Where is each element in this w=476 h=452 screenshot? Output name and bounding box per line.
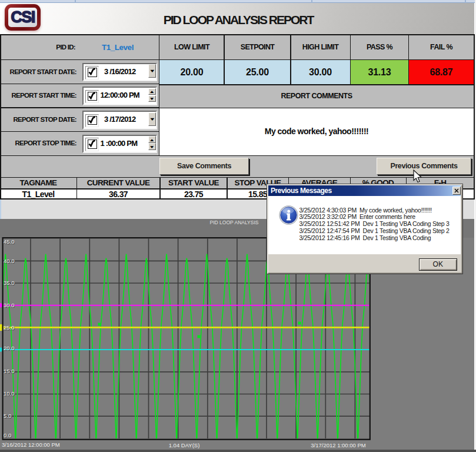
svg-text:15.0: 15.0 [4, 368, 15, 374]
svg-text:40.0: 40.0 [4, 258, 15, 264]
svg-text:10.0: 10.0 [4, 390, 15, 397]
svg-text:30.0: 30.0 [4, 302, 15, 308]
svg-text:20.0: 20.0 [4, 345, 15, 351]
svg-text:35.0: 35.0 [4, 280, 15, 286]
svg-text:0.0: 0.0 [4, 432, 11, 438]
svg-text:5.0: 5.0 [4, 413, 11, 419]
svg-text:PID LOOP ANALYSIS: PID LOOP ANALYSIS [210, 220, 259, 225]
svg-text:25.0: 25.0 [4, 324, 15, 331]
svg-text:45.0: 45.0 [4, 238, 15, 245]
